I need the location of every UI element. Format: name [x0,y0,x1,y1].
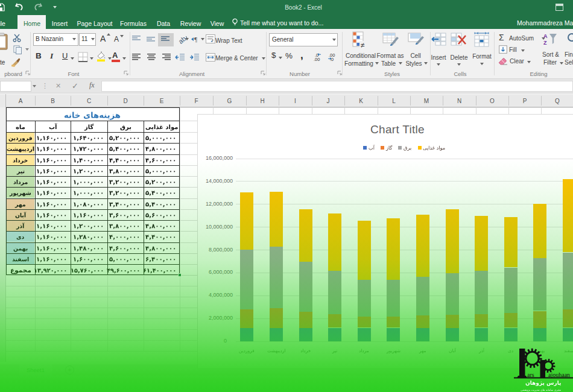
svg-text:≠: ≠ [361,41,365,49]
svg-text:Z: Z [543,40,547,46]
svg-text:ars: ars [527,371,534,378]
svg-text:ajouhaan: ajouhaan [548,371,570,378]
svg-text:.00: .00 [314,57,320,62]
svg-text:¶: ¶ [194,36,197,43]
svg-text:A: A [543,33,548,39]
